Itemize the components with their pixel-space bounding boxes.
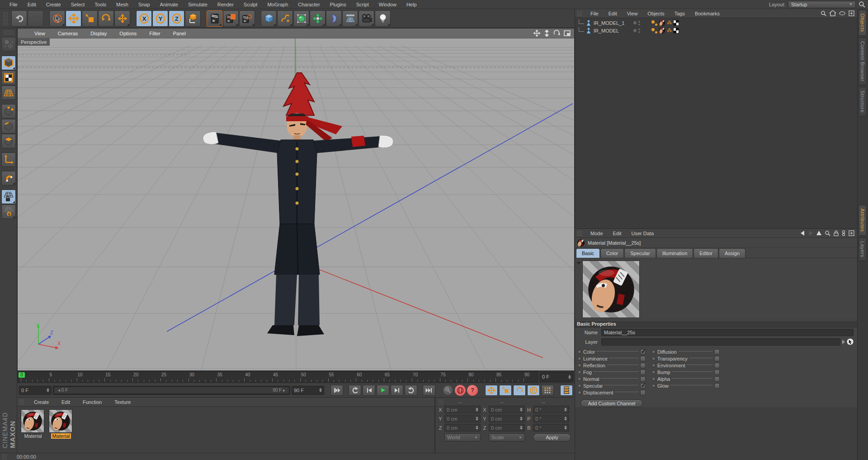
object-row-ir-model-1[interactable]: IR_MODEL_1 ⁂ [575,19,857,27]
workplane-mode-button[interactable] [1,85,16,100]
last-tool-button[interactable] [114,10,130,27]
tab-basic[interactable]: Basic [576,248,600,258]
toolbar-grip[interactable] [3,12,9,25]
key-scale-toggle[interactable] [499,385,512,396]
add-light-button[interactable] [375,10,391,27]
channel-checkbox-fog[interactable] [640,370,646,375]
channel-radio[interactable] [578,364,581,367]
play-button[interactable] [377,385,389,396]
snapping-button[interactable] [1,171,16,185]
rot-b-field[interactable]: 0 ° [533,424,569,432]
add-subdivision-surface-button[interactable] [293,10,309,27]
go-to-start-button[interactable] [330,385,343,396]
keyframe-question-button[interactable]: ? [467,385,478,396]
add-camera-button[interactable] [359,10,374,27]
start-frame-spinner[interactable]: 0 F [19,386,52,395]
coordinates-grip[interactable] [438,399,444,405]
attr-back-icon[interactable] [800,231,805,236]
collapse-triangle-icon[interactable] [576,262,581,265]
rotation-header[interactable]: -- [530,399,572,405]
viewport-view-label[interactable]: Perspective [18,38,50,46]
position-header[interactable]: -- [447,399,488,405]
tab-specular[interactable]: Specular [624,248,656,258]
layout-search-icon[interactable] [859,1,865,8]
viewport-menu-options[interactable]: Options [113,31,143,36]
channel-checkbox-reflection[interactable] [640,363,646,368]
channel-radio[interactable] [578,370,581,374]
perspective-viewport[interactable]: View Cameras Display Options Filter Pane… [17,28,575,371]
add-cube-button[interactable] [261,10,277,27]
material-label[interactable]: Material [23,433,42,439]
object-row-ir-model[interactable]: IR_MODEL ⁂ [575,27,857,34]
layer-input[interactable] [601,338,840,346]
record-key-button[interactable] [443,385,453,396]
om-home-icon[interactable] [830,10,836,16]
attr-bookmark-icon[interactable] [842,230,845,236]
channel-checkbox-environment[interactable] [714,363,720,368]
attr-search-icon[interactable] [825,230,830,236]
next-key-button[interactable] [405,385,417,396]
mode-toolbar-grip[interactable] [3,30,14,35]
previous-key-button[interactable] [349,385,361,396]
om-menu-file[interactable]: File [585,11,604,16]
add-array-button[interactable] [310,10,326,27]
material-label-selected[interactable]: Material [51,433,71,439]
end-frame-spinner[interactable]: 90 F [292,386,324,395]
om-visibility-icon[interactable] [839,11,845,15]
material-thumbnail[interactable] [49,409,72,433]
channel-checkbox-diffusion[interactable] [714,349,720,355]
attr-add-panel-icon[interactable] [849,230,854,236]
viewport-toggle-icon[interactable] [564,30,571,36]
previous-frame-button[interactable] [363,385,375,396]
pos-y-field[interactable]: 0 cm [444,415,481,422]
phong-tag-icon[interactable] [651,28,657,33]
rot-p-field[interactable]: 0 ° [533,415,569,422]
autokey-button[interactable] [455,385,466,396]
tab-editor[interactable]: Editor [693,248,718,258]
om-add-panel-icon[interactable] [849,10,854,16]
channel-checkbox-glow[interactable] [714,383,720,389]
channel-checkbox-alpha[interactable] [714,376,720,382]
menu-create[interactable]: Create [41,2,66,7]
figure-object-icon[interactable] [585,20,592,26]
current-frame-box[interactable]: 0 F [540,372,573,382]
material-tag-icon[interactable] [659,19,665,26]
key-position-toggle[interactable] [485,385,498,396]
attributes-grip[interactable] [577,231,583,236]
size-z-field[interactable]: 0 cm [489,424,525,432]
rotate-tool-button[interactable] [98,10,114,27]
uvw-tag-icon[interactable] [673,28,679,33]
layer-flyout-icon[interactable] [842,340,845,344]
object-manager-grip[interactable] [577,11,583,16]
key-pla-toggle[interactable] [541,385,554,396]
object-list[interactable]: IR_MODEL_1 ⁂ IR_MODEL ⁂ [575,18,857,229]
add-floor-button[interactable] [342,10,358,27]
pos-x-field[interactable]: 0 cm [444,406,481,413]
attr-lock-icon[interactable] [834,230,839,236]
viewport-rotate-icon[interactable] [553,30,560,37]
menu-window[interactable]: Window [374,2,401,7]
redo-button[interactable] [28,10,43,27]
om-menu-view[interactable]: View [622,11,643,16]
menu-mograph[interactable]: MoGraph [262,2,293,7]
side-tab-objects[interactable]: Objects [859,10,867,36]
side-tab-content-browser[interactable]: Content Browser [859,38,867,85]
channel-radio[interactable] [652,364,656,367]
channel-radio[interactable] [652,357,656,360]
om-search-icon[interactable] [821,10,826,16]
coordinate-system-button[interactable] [185,10,201,27]
channel-checkbox-normal[interactable] [640,376,646,382]
menu-file[interactable]: File [5,2,23,7]
live-selection-button[interactable] [49,10,65,27]
viewport-pan-icon[interactable] [533,30,540,37]
material-menu-function[interactable]: Function [76,399,108,405]
next-frame-button[interactable] [391,385,403,396]
object-name[interactable]: IR_MODEL [594,28,633,33]
layout-dropdown[interactable]: Startup▼ [788,1,856,8]
material-item-selected[interactable]: Material [49,409,73,439]
material-tag-icon[interactable] [659,27,665,34]
make-editable-button[interactable] [1,37,16,52]
object-name[interactable]: IR_MODEL_1 [594,20,633,26]
channel-radio[interactable] [578,384,581,388]
coordinate-system-dropdown[interactable]: World▼ [444,433,481,441]
